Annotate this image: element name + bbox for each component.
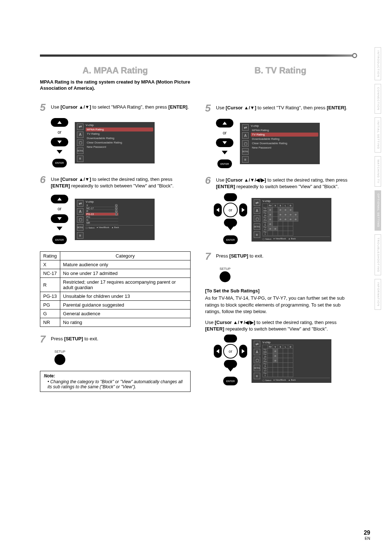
osd-item: MPAA Rating xyxy=(251,128,318,132)
cursor-up-button[interactable] xyxy=(51,195,68,203)
section-a-title: A. MPAA Rating xyxy=(40,65,191,76)
step-b7: 7 Press [SETUP] to exit. xyxy=(205,251,356,262)
osd-icon-loop: ⇄ xyxy=(77,200,83,207)
osd-item: New Password xyxy=(251,146,318,150)
or-label: or xyxy=(223,344,238,358)
step-a6-text: Use [Cursor ▲/▼] to select the desired r… xyxy=(51,175,191,189)
column-a: A. MPAA Rating MPAA Rating is the rating… xyxy=(40,65,191,393)
or-label: or xyxy=(223,130,227,135)
osd-icon-detail: DETAIL xyxy=(77,147,83,154)
setup-button-block: SETUP xyxy=(216,267,234,282)
setup-button-block: SETUP xyxy=(51,350,69,365)
sub-ratings-body1: As for TV-MA, TV-14, TV-PG, or TV-Y7, yo… xyxy=(205,295,356,315)
step-number-7: 7 xyxy=(40,334,48,344)
tab-initial-setting[interactable]: INITIAL SETTING xyxy=(375,117,381,153)
osd-icon-text: A xyxy=(254,349,260,355)
tab-troubleshooting[interactable]: TROUBLESHOOTING xyxy=(375,234,381,275)
step-number-5: 5 xyxy=(205,103,213,113)
osd-icon-text: A xyxy=(254,207,260,214)
step-b6: 6 Use [Cursor ▲/▼/◀/▶] to select the des… xyxy=(205,175,356,190)
osd-icon-text: A xyxy=(242,132,249,139)
or-label: or xyxy=(223,203,238,217)
remote-cluster-b5: or ENTER ⇄ A ▢ DETAIL ≡ V-chip MP xyxy=(216,119,356,168)
dpad-vertical: or ENTER xyxy=(51,118,68,167)
enter-button[interactable]: ENTER xyxy=(52,159,67,167)
mpaa-rating-table: RatingCategory XMature audience only NC-… xyxy=(40,251,191,327)
step-number-7: 7 xyxy=(205,251,213,262)
osd-icon-detail: DETAIL xyxy=(254,223,260,230)
cursor-left-button[interactable] xyxy=(214,345,222,358)
osd-title: V-chip xyxy=(262,199,330,203)
tab-optional-setting[interactable]: OPTIONAL SETTING xyxy=(375,190,381,231)
osd-icon-square: ▢ xyxy=(254,215,260,222)
tab-introduction[interactable]: INTRODUCTION xyxy=(375,47,381,80)
step-number-6: 6 xyxy=(205,175,213,190)
setup-label: SETUP xyxy=(54,350,65,353)
osd-icon-loop: ⇄ xyxy=(254,199,260,206)
cursor-right-button[interactable] xyxy=(239,203,247,216)
cursor-down-button[interactable] xyxy=(216,138,233,147)
osd-icon-loop: ⇄ xyxy=(254,341,260,347)
remote-cluster-b-sub: or ENTER ⇄ A ▢ DETAIL ≡ V-chip xyxy=(216,337,356,385)
setup-button[interactable] xyxy=(220,271,230,282)
step-a7: 7 Press [SETUP] to exit. xyxy=(40,334,191,344)
sub-ratings-body2: Use [Cursor ▲/▼/◀/▶] to select the desir… xyxy=(205,319,356,332)
osd-icon-detail: DETAIL xyxy=(254,365,260,371)
down-outline-icon xyxy=(228,227,233,230)
osd-icon-text: A xyxy=(77,208,83,215)
cursor-up-button[interactable] xyxy=(224,193,237,201)
tab-watching-tv[interactable]: WATCHING TV xyxy=(375,156,381,187)
tab-connection[interactable]: CONNECTION xyxy=(375,84,381,114)
enter-button[interactable]: ENTER xyxy=(52,235,67,244)
cursor-up-button[interactable] xyxy=(51,118,68,127)
osd-title: V-chip xyxy=(262,341,330,344)
note-item: Changing the category to "Block" or "Vie… xyxy=(48,379,187,389)
osd-item: Downloadable Rating xyxy=(251,137,318,141)
cursor-up-button[interactable] xyxy=(216,119,233,127)
osd-icon-list: ≡ xyxy=(77,155,83,162)
osd-icon-square: ▢ xyxy=(77,139,83,146)
or-label: or xyxy=(58,206,62,211)
cursor-down-button[interactable] xyxy=(51,214,68,223)
osd-item: TV Rating xyxy=(251,133,318,137)
osd-icon-square: ▢ xyxy=(77,216,83,223)
step-b5-text: Use [Cursor ▲/▼] to select "TV Rating", … xyxy=(216,103,347,113)
page-number: 29 EN xyxy=(364,530,370,540)
enter-button[interactable]: ENTER xyxy=(223,377,238,385)
setup-button[interactable] xyxy=(54,354,65,365)
cursor-down-button[interactable] xyxy=(51,138,68,146)
step-number-6: 6 xyxy=(40,175,48,189)
osd-item: Downloadable Rating xyxy=(86,136,153,140)
osd-icon-list: ≡ xyxy=(77,232,83,239)
osd-icon-square: ▢ xyxy=(254,357,260,363)
osd-menu-a6: ⇄ A ▢ DETAIL ≡ V-chip X⊘ NC-17⊘ R⊘ PG-13… xyxy=(75,199,155,240)
step-a5-text: Use [Cursor ▲/▼] to select "MPAA Rating"… xyxy=(51,102,189,113)
osd-title: V-chip xyxy=(86,200,153,203)
side-tabs: INTRODUCTION CONNECTION INITIAL SETTING … xyxy=(375,47,381,310)
remote-cluster-a5: or ENTER ⇄ A ▢ DETAIL ≡ V-chip MP xyxy=(51,118,191,167)
column-b: B. TV Rating 5 Use [Cursor ▲/▼] to selec… xyxy=(205,65,356,393)
cursor-right-button[interactable] xyxy=(239,345,247,358)
osd-menu-b-sub: ⇄ A ▢ DETAIL ≡ V-chip FVVSLD TV-MA⊘ TV-1… xyxy=(252,339,331,383)
note-title: Note: xyxy=(44,373,187,378)
down-outline-icon xyxy=(57,150,62,154)
cursor-down-button[interactable] xyxy=(224,360,237,368)
step-number-5: 5 xyxy=(40,102,48,113)
cursor-down-button[interactable] xyxy=(224,219,237,227)
osd-icon-text: A xyxy=(77,131,83,138)
osd-icon-loop: ⇄ xyxy=(242,124,249,131)
osd-item: Clear Downloadable Rating xyxy=(251,141,318,145)
cursor-up-button[interactable] xyxy=(224,335,237,343)
step-b6-text: Use [Cursor ▲/▼/◀/▶] to select the desir… xyxy=(216,175,356,190)
sub-ratings-heading: [To Set the Sub Ratings] xyxy=(205,288,356,293)
step-a6: 6 Use [Cursor ▲/▼] to select the desired… xyxy=(40,175,191,189)
osd-icon-detail: DETAIL xyxy=(77,224,83,231)
mpaa-intro: MPAA Rating is the rating system created… xyxy=(40,79,191,92)
enter-button[interactable]: ENTER xyxy=(223,235,238,244)
tab-information[interactable]: INFORMATION xyxy=(375,279,381,309)
cursor-left-button[interactable] xyxy=(214,203,222,216)
step-a5: 5 Use [Cursor ▲/▼] to select "MPAA Ratin… xyxy=(40,102,191,113)
enter-button[interactable]: ENTER xyxy=(217,159,232,168)
osd-item: Clear Downloadable Rating xyxy=(86,141,153,145)
osd-icon-loop: ⇄ xyxy=(77,123,83,130)
